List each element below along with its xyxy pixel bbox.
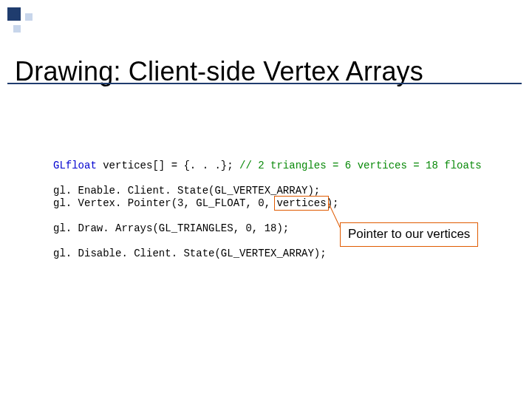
code-comment: // 2 triangles = 6 vertices = 18 floats (239, 160, 482, 171)
decor-square-light (13, 25, 21, 33)
title-underline (7, 83, 522, 84)
annotation-label: Pointer to our vertices (340, 222, 478, 247)
decor-square-light (25, 13, 33, 21)
code-text: gl. Disable. Client. State(GL_VERTEX_ARR… (53, 248, 327, 259)
slide: Drawing: Client-side Vertex Arrays GLflo… (0, 0, 532, 399)
highlight-box (274, 196, 328, 211)
code-text: gl. Draw. Arrays(GL_TRIANGLES, 0, 18); (53, 222, 289, 234)
code-text: gl. Vertex. Pointer(3, GL_FLOAT, 0, (53, 197, 276, 209)
code-text: vertices[] = {. . .}; (97, 160, 239, 171)
code-text: gl. Enable. Client. State(GL_VERTEX_ARRA… (53, 185, 320, 197)
decor-square-dark (7, 7, 21, 21)
code-keyword: GLfloat (53, 160, 97, 171)
